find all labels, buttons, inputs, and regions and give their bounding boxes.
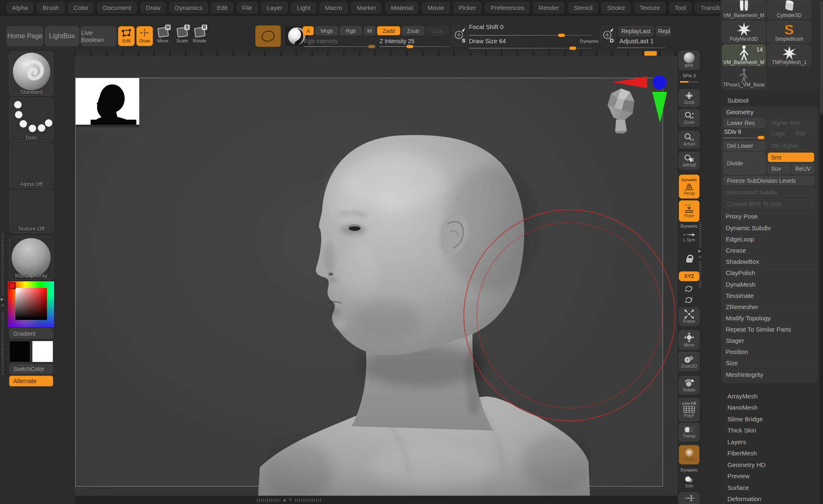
mrgb-button[interactable]: Mrgb bbox=[315, 26, 338, 35]
section-modify-topology[interactable]: Modify Topology bbox=[721, 312, 818, 323]
divide-button[interactable]: Divide bbox=[724, 152, 765, 174]
gradient-button[interactable]: Gradient bbox=[9, 328, 53, 339]
menu-edit[interactable]: Edit bbox=[212, 2, 233, 13]
rotate-z-button[interactable]: Z bbox=[679, 295, 700, 305]
section-claypolish[interactable]: ClayPolish bbox=[721, 267, 818, 278]
rgb-intensity-slider[interactable] bbox=[304, 46, 376, 47]
current-color-swatch[interactable] bbox=[9, 282, 16, 289]
panel-scrollbar[interactable] bbox=[820, 0, 823, 504]
scale-mode-button[interactable]: S Scale bbox=[174, 27, 190, 47]
section-meshintegrity[interactable]: MeshIntegrity bbox=[721, 369, 818, 380]
del-higher-button[interactable]: Del Higher bbox=[768, 141, 814, 150]
palette-arraymesh[interactable]: ArrayMesh bbox=[720, 391, 820, 401]
draw-mode-button[interactable]: Draw bbox=[136, 26, 153, 46]
geometry-palette-header[interactable]: Geometry bbox=[726, 108, 754, 116]
menu-movie[interactable]: Movie bbox=[422, 2, 449, 13]
tray-up-arrow[interactable]: ▲ bbox=[283, 498, 286, 502]
focal-shift-target-button[interactable]: S bbox=[452, 25, 467, 46]
tool-item[interactable]: VM_Basemesh_M bbox=[722, 0, 766, 19]
section-size[interactable]: Size bbox=[721, 357, 818, 368]
replay-last-2-button[interactable]: ReplayLast bbox=[656, 26, 671, 36]
edit-mode-button[interactable]: Edit bbox=[118, 26, 135, 46]
bottom-tray-handle-right[interactable] bbox=[295, 499, 321, 502]
switch-color-button[interactable]: SwitchColor bbox=[9, 364, 53, 374]
cage-button[interactable]: Cage bbox=[768, 129, 790, 138]
menu-layer[interactable]: Layer bbox=[261, 2, 288, 13]
ghost-button[interactable]: Ghost bbox=[679, 445, 700, 465]
local-symmetry-lock-button[interactable] bbox=[679, 248, 700, 268]
top-tray-divider[interactable] bbox=[60, 51, 682, 56]
focal-shift-slider[interactable] bbox=[469, 35, 592, 36]
palette-slime-bridge[interactable]: Slime Bridge bbox=[720, 413, 820, 424]
bpr-button[interactable]: BPR bbox=[679, 51, 700, 70]
stroke-type-selector[interactable]: Dots bbox=[9, 98, 53, 142]
menu-stroke[interactable]: Stroke bbox=[601, 2, 630, 13]
z-intensity-slider[interactable] bbox=[379, 46, 451, 47]
menu-dynamics[interactable]: Dynamics bbox=[170, 2, 208, 13]
a-toggle-button[interactable]: A bbox=[303, 26, 314, 35]
section-tessimate[interactable]: Tessimate bbox=[721, 290, 818, 301]
menu-marker[interactable]: Marker bbox=[351, 2, 382, 13]
x-axis-arrow[interactable] bbox=[612, 76, 647, 88]
actual-button[interactable]: ×1 Actual bbox=[679, 131, 700, 148]
menu-picker[interactable]: Picker bbox=[453, 2, 482, 13]
tool-item[interactable]: Cylinder3D bbox=[767, 0, 811, 19]
section-edgeloop[interactable]: EdgeLoop bbox=[721, 233, 818, 244]
material-shelf-selector[interactable]: MatCap Gray bbox=[9, 236, 53, 280]
color-picker-marker[interactable] bbox=[16, 289, 20, 293]
left-tray-close-arrow[interactable]: ◀ bbox=[1, 303, 4, 307]
menu-tool[interactable]: Tool bbox=[669, 2, 692, 13]
polyframe-button[interactable]: Line Fill PolyF bbox=[679, 398, 700, 421]
lsym-button[interactable]: L.Sym bbox=[679, 230, 700, 245]
tool-item[interactable]: S SimpleBrush bbox=[767, 21, 811, 43]
alternate-button[interactable]: Alternate bbox=[9, 376, 53, 386]
left-tray-open-arrow[interactable]: ▶ bbox=[1, 297, 4, 301]
gizmo-button[interactable] bbox=[679, 492, 700, 504]
y-axis-arrow[interactable] bbox=[652, 92, 667, 123]
subtool-palette-header[interactable]: Subtool bbox=[720, 95, 820, 106]
menu-file[interactable]: File bbox=[237, 2, 258, 13]
higher-res-button[interactable]: Higher Res bbox=[768, 118, 814, 128]
menu-render[interactable]: Render bbox=[533, 2, 564, 13]
reuv-button[interactable]: ReUV bbox=[792, 164, 814, 174]
palette-geometry-hd[interactable]: Geometry HD bbox=[720, 459, 820, 470]
menu-material[interactable]: Material bbox=[385, 2, 418, 13]
solo-button[interactable]: Solo bbox=[679, 473, 700, 491]
left-tray-scrollbar-lower[interactable] bbox=[2, 312, 4, 374]
focal-shift-handle[interactable] bbox=[558, 34, 565, 37]
menu-alpha[interactable]: Alpha bbox=[7, 2, 33, 13]
zadd-button[interactable]: Zadd bbox=[377, 26, 400, 35]
section-zremesher[interactable]: ZRemesher bbox=[721, 301, 818, 312]
texture-selector[interactable]: Texture Off bbox=[9, 190, 53, 233]
live-boolean-button[interactable]: Live Boolean bbox=[81, 26, 116, 46]
rgb-intensity-handle[interactable] bbox=[368, 45, 375, 48]
tool-item[interactable]: PolyMesh3D bbox=[722, 21, 766, 43]
move-mode-button[interactable]: M Move bbox=[155, 27, 171, 47]
suv-button[interactable]: Suv bbox=[768, 164, 790, 174]
reconstruct-subdiv-button[interactable]: Reconstruct Subdiv bbox=[724, 188, 814, 197]
palette-nanomesh[interactable]: NanoMesh bbox=[720, 402, 820, 413]
rotate-mode-button[interactable]: R Rotate bbox=[191, 27, 208, 47]
section-position[interactable]: Position bbox=[721, 346, 818, 357]
z-intensity-handle[interactable] bbox=[407, 45, 413, 48]
dynamic-draw-size-button[interactable]: D bbox=[601, 25, 616, 46]
section-dynamesh[interactable]: DynaMesh bbox=[721, 278, 818, 290]
section-stager[interactable]: Stager bbox=[721, 334, 818, 346]
menu-document[interactable]: Document bbox=[97, 2, 136, 13]
menu-texture[interactable]: Texture bbox=[634, 2, 665, 13]
m-button[interactable]: M bbox=[364, 26, 375, 35]
palette-deformation[interactable]: Deformation bbox=[720, 493, 820, 504]
tool-item[interactable]: TMPolyMesh_1 bbox=[767, 44, 811, 66]
bottom-tray-divider[interactable]: ▲ ▼ bbox=[75, 496, 682, 504]
section-proxy-pose[interactable]: Proxy Pose bbox=[721, 210, 818, 221]
color-picker-satval[interactable] bbox=[15, 288, 47, 320]
section-repeat-to-similar[interactable]: Repeat To Similar Parts bbox=[721, 323, 818, 334]
menu-draw[interactable]: Draw bbox=[140, 2, 166, 13]
axis-gizmo[interactable] bbox=[609, 75, 671, 127]
viewport-canvas[interactable] bbox=[75, 56, 682, 504]
move-nav-button[interactable]: Move bbox=[679, 330, 700, 349]
zoom-button[interactable]: Zoom bbox=[679, 109, 700, 127]
stroke-selector[interactable] bbox=[255, 25, 281, 47]
scroll-button[interactable]: Scroll bbox=[679, 89, 700, 107]
tool-item-selected[interactable]: 14 VM_Basemesh_M bbox=[722, 44, 766, 66]
